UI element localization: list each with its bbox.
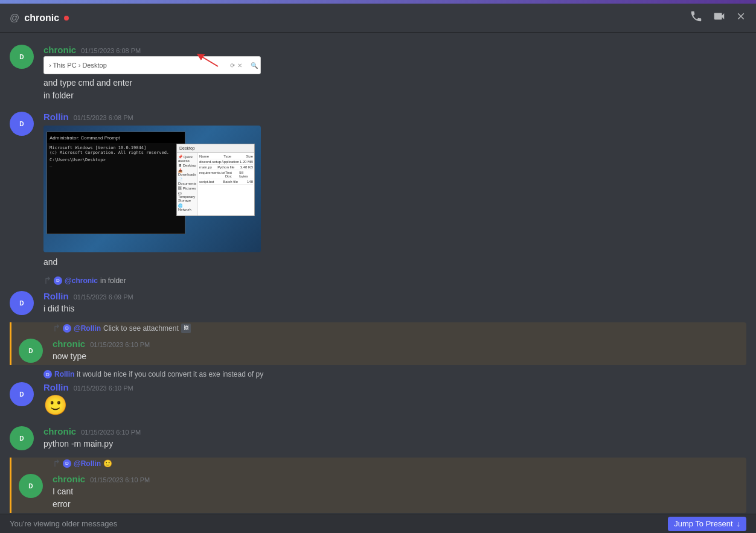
message-group: D chronic 01/15/2023 6:10 PM I cant erro… [19,471,746,513]
message-content: chronic 01/15/2023 6:10 PM I cant error [53,474,746,511]
message-header: chronic 01/15/2023 6:10 PM [53,339,746,349]
reply-icon: ↱ [53,322,60,334]
message-group-chronic-highlighted: ↱ D @Rollin Click to see attachment 🖼 D … [10,322,746,365]
svg-text:D: D [19,435,24,442]
jump-present-icon: ↓ [737,519,741,528]
message-content: chronic 01/15/2023 6:10 PM now type [53,339,746,363]
message-group-rollin-1: D Rollin 01/15/2023 6:08 PM Administrato… [10,109,746,270]
message-header: chronic 01/15/2023 6:10 PM [43,426,746,436]
reply-avatar: D [63,459,71,468]
quote-context: D Rollin it would be nice if you could c… [10,370,746,378]
message-content: Rollin 01/15/2023 6:08 PM Administrator:… [43,112,746,252]
avatar: D [19,474,43,498]
message-content: chronic 01/15/2023 6:10 PM python -m mai… [43,426,746,450]
message-author: chronic [53,339,85,349]
close-icon[interactable] [735,11,746,25]
video-icon[interactable] [713,10,726,26]
avatar: D [10,45,34,69]
inline-quote: D Rollin it would be nice if you could c… [43,370,746,378]
jump-to-present-button[interactable]: Jump To Present ↓ [668,517,746,531]
message-text-1: and type cmd and enter [43,77,746,89]
red-arrow-icon [188,49,224,68]
message-text: i did this [43,302,746,315]
message-header: chronic 01/15/2023 6:08 PM [43,45,746,55]
message-text-python: python -m main.py [43,438,746,450]
svg-text:D: D [19,391,24,398]
message-group: D chronic 01/15/2023 6:08 PM › This PC ›… [10,42,746,104]
svg-text:D: D [19,121,24,127]
svg-text:D: D [28,348,33,354]
avatar: D [10,291,34,315]
reply-context: ↱ D @Rollin Click to see attachment 🖼 [19,322,746,334]
reply-text: 🙂 [103,459,112,468]
reply-author: @chronic [65,276,98,285]
status-dot [64,16,69,21]
file-explorer-attachment: › This PC › Desktop ⟳ ✕ 🔍 [43,56,261,74]
message-group: D Rollin 01/15/2023 6:09 PM i did this [10,289,746,318]
message-timestamp: 01/15/2023 6:08 PM [74,114,133,121]
reply-icon: ↱ [43,275,51,286]
message-timestamp: 01/15/2023 6:10 PM [81,429,141,436]
message-text: now type [53,350,746,363]
message-author: Rollin [43,382,69,392]
reply-text: Click to see attachment [103,324,179,333]
reply-author: @Rollin [74,459,101,468]
message-group-rollin-2: ↱ D @chronic in folder D Rollin 01/15/20… [10,275,746,318]
message-timestamp: 01/15/2023 6:10 PM [74,385,133,392]
attachment-icon: 🖼 [181,324,191,333]
svg-line-2 [200,56,218,66]
reply-avatar: D [54,276,62,285]
message-timestamp: 01/15/2023 6:09 PM [74,293,133,301]
bottom-bar: You're viewing older messages Jump To Pr… [0,514,756,533]
message-group-chronic-python: D chronic 01/15/2023 6:10 PM python -m m… [10,424,746,453]
jump-present-label: Jump To Present [674,519,732,528]
messages-area: D chronic 01/15/2023 6:08 PM › This PC ›… [0,33,756,514]
message-content: Rollin 01/15/2023 6:10 PM 🙂 [43,382,746,417]
message-author: Rollin [43,291,69,301]
message-group-chronic-icant: ↱ D @Rollin 🙂 D chronic 01/15/2023 6:10 … [10,458,746,513]
avatar: D [10,382,34,406]
svg-text:D: D [19,54,24,60]
screenshot-attachment[interactable]: Administrator: Command Prompt Microsoft … [43,126,261,252]
avatar: D [19,339,43,363]
message-group: D chronic 01/15/2023 6:10 PM now type [19,336,746,365]
phone-icon[interactable] [690,10,703,26]
message-header: Rollin 01/15/2023 6:08 PM [43,112,746,122]
channel-header-left: @ chronic [10,13,69,24]
message-header: Rollin 01/15/2023 6:10 PM [43,382,746,392]
message-text-error: error [53,498,746,511]
message-header: Rollin 01/15/2023 6:09 PM [43,291,746,301]
inline-reply: ↱ D @chronic in folder [43,275,746,286]
viewing-older-text: You're viewing older messages [10,519,117,528]
emoji-smile: 🙂 [43,394,746,417]
message-text-2: in folder [43,89,746,102]
message-group-chronic-1: D chronic 01/15/2023 6:08 PM › This PC ›… [10,42,746,104]
message-timestamp: 01/15/2023 6:10 PM [90,341,150,348]
inline-reply: ↱ D @Rollin Click to see attachment 🖼 [53,322,746,334]
quote-avatar: D [43,370,52,378]
message-author: chronic [43,426,76,436]
avatar: D [10,112,34,136]
message-author: chronic [53,474,85,484]
reply-avatar: D [63,324,71,333]
message-text-and: and [43,256,746,269]
message-group: D Rollin 01/15/2023 6:10 PM 🙂 [10,380,746,419]
message-content: chronic 01/15/2023 6:08 PM › This PC › D… [43,45,746,102]
inline-reply: ↱ D @Rollin 🙂 [53,458,746,469]
quote-text: it would be nice if you could convert it… [77,370,263,378]
reply-text: in folder [100,276,126,285]
reply-context: ↱ D @chronic in folder [10,275,746,286]
message-timestamp: 01/15/2023 6:10 PM [90,476,150,484]
channel-at-symbol: @ [10,13,19,24]
reply-context: ↱ D @Rollin 🙂 [19,458,746,469]
message-text-icant: I cant [53,485,746,498]
message-group-rollin-quote: D Rollin it would be nice if you could c… [10,370,746,419]
message-header: chronic 01/15/2023 6:10 PM [53,474,746,484]
message-group: D chronic 01/15/2023 6:10 PM python -m m… [10,424,746,453]
channel-header: @ chronic [0,4,756,33]
channel-name: chronic [24,13,59,24]
channel-header-right [690,10,746,26]
svg-text:D: D [28,483,33,490]
reply-icon: ↱ [53,458,60,469]
svg-text:D: D [19,300,24,307]
